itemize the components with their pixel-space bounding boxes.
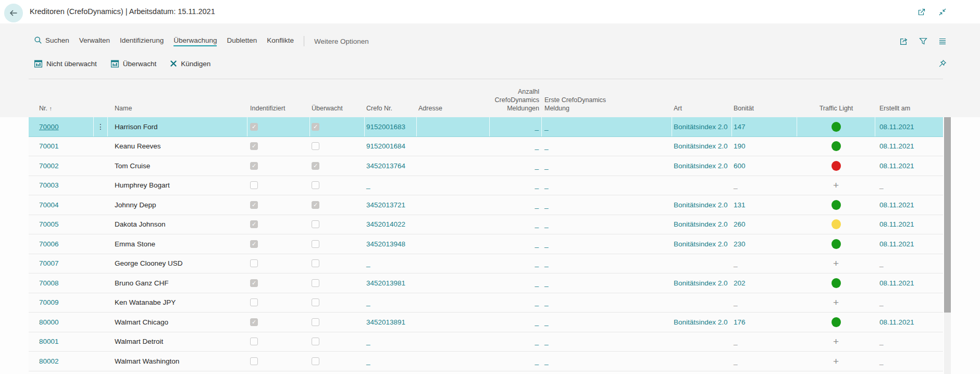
vendor-no-link[interactable]: 70004: [39, 201, 59, 209]
vendor-no-link[interactable]: 70008: [39, 279, 59, 287]
row-options-icon[interactable]: [94, 137, 108, 156]
bonitaet-value[interactable]: _: [732, 176, 797, 195]
identified-checkbox[interactable]: [250, 142, 258, 150]
art-link[interactable]: [672, 332, 732, 352]
back-button[interactable]: [4, 4, 23, 22]
monitored-checkbox[interactable]: [312, 279, 319, 287]
art-link[interactable]: Bonitätsindex 2.0: [672, 273, 732, 293]
traffic-light-cell[interactable]: [797, 313, 875, 332]
monitored-checkbox[interactable]: [312, 318, 319, 326]
menu-item-ueberwachung-active[interactable]: Überwachung: [173, 36, 217, 46]
traffic-light-cell[interactable]: +: [797, 352, 875, 371]
traffic-light-cell[interactable]: [797, 195, 875, 215]
traffic-light-green-icon[interactable]: [832, 239, 841, 249]
table-row[interactable]: 80000 Walmart Chicago 3452013891 _ _ Bon…: [29, 313, 943, 332]
table-row[interactable]: 70005 Dakota Johnson 3452014022 _ _ Boni…: [29, 215, 943, 235]
column-header-nr[interactable]: Nr. ↑: [29, 104, 94, 113]
crefo-number-link[interactable]: _: [365, 332, 417, 352]
traffic-light-cell[interactable]: [797, 215, 875, 234]
traffic-light-cell[interactable]: +: [797, 332, 875, 352]
open-in-new-window-icon[interactable]: [917, 8, 926, 16]
column-header-art[interactable]: Art: [672, 104, 732, 113]
art-link[interactable]: Bonitätsindex 2.0: [672, 234, 732, 254]
vendor-no-link[interactable]: 70001: [39, 142, 59, 150]
first-message-link[interactable]: _: [542, 215, 672, 234]
column-header-erste-meldung[interactable]: Erste CrefoDynamics Meldung: [542, 96, 672, 113]
vendor-no-link[interactable]: 70009: [39, 298, 59, 306]
row-options-icon[interactable]: [94, 234, 108, 254]
art-link[interactable]: Bonitätsindex 2.0: [672, 215, 732, 234]
crefo-number-link[interactable]: _: [365, 352, 417, 371]
traffic-light-cell[interactable]: [797, 137, 875, 156]
table-row[interactable]: 70001 Keanu Reeves 9152001684 _ _ Bonitä…: [29, 137, 943, 157]
vendor-no-link[interactable]: 70005: [39, 220, 59, 228]
vendor-no-link[interactable]: 70003: [39, 181, 59, 189]
traffic-light-cell[interactable]: +: [797, 293, 875, 313]
traffic-light-cell[interactable]: [797, 156, 875, 176]
identified-checkbox[interactable]: [250, 220, 258, 228]
identified-checkbox[interactable]: [250, 123, 258, 131]
bonitaet-value[interactable]: 131: [732, 195, 797, 215]
row-options-icon[interactable]: [94, 293, 108, 313]
first-message-link[interactable]: _: [542, 137, 672, 156]
column-header-name[interactable]: Name: [108, 104, 247, 113]
vendor-no-link[interactable]: 70002: [39, 162, 59, 170]
first-message-link[interactable]: _: [542, 234, 672, 254]
vendor-no-link[interactable]: 70007: [39, 259, 59, 267]
table-row[interactable]: 80002 Walmart Washington _ _ _ _ + _: [29, 352, 943, 371]
crefo-number-link[interactable]: 3452013891: [365, 313, 417, 332]
monitored-checkbox[interactable]: [312, 142, 319, 150]
created-date[interactable]: 08.11.2021: [875, 137, 943, 156]
table-row[interactable]: 70006 Emma Stone 3452013948 _ _ Bonitäts…: [29, 234, 943, 254]
crefo-number-link[interactable]: _: [365, 254, 417, 273]
bonitaet-value[interactable]: _: [732, 352, 797, 371]
vendor-no-link[interactable]: 80002: [39, 357, 59, 365]
traffic-light-cell[interactable]: [797, 117, 875, 136]
art-link[interactable]: [672, 254, 732, 273]
traffic-light-red-icon[interactable]: [832, 161, 841, 171]
first-message-link[interactable]: _: [542, 332, 672, 352]
bonitaet-value[interactable]: 147: [732, 117, 797, 136]
first-message-link[interactable]: _: [542, 352, 672, 371]
bonitaet-value[interactable]: _: [732, 332, 797, 352]
column-header-anzahl-meldungen[interactable]: Anzalhl CrefoDynamics Meldungen: [490, 88, 542, 113]
messages-count-link[interactable]: _: [490, 137, 542, 156]
messages-count-link[interactable]: _: [490, 176, 542, 195]
created-date[interactable]: 08.11.2021: [875, 156, 943, 176]
traffic-light-green-icon[interactable]: [832, 200, 841, 210]
column-header-adresse[interactable]: Adresse: [417, 104, 490, 113]
monitored-checkbox[interactable]: [312, 240, 319, 248]
created-date[interactable]: _: [875, 332, 943, 352]
created-date[interactable]: _: [875, 293, 943, 313]
column-header-identifiziert[interactable]: Indentifiziert: [247, 104, 310, 113]
traffic-light-empty-icon[interactable]: +: [833, 258, 839, 268]
bonitaet-value[interactable]: _: [732, 293, 797, 313]
table-row[interactable]: 70000 ⋮ Harrison Ford 9152001683 _ _ Bon…: [29, 117, 943, 137]
row-options-icon[interactable]: [94, 215, 108, 234]
first-message-link[interactable]: _: [542, 254, 672, 273]
created-date[interactable]: _: [875, 352, 943, 371]
table-row[interactable]: 70007 George Clooney USD _ _ _ _ + _: [29, 254, 943, 274]
traffic-light-empty-icon[interactable]: +: [833, 297, 839, 307]
traffic-light-cell[interactable]: +: [797, 176, 875, 195]
row-options-icon[interactable]: [94, 352, 108, 371]
first-message-link[interactable]: _: [542, 117, 672, 136]
crefo-number-link[interactable]: 3452013981: [365, 273, 417, 293]
traffic-light-cell[interactable]: +: [797, 254, 875, 273]
bonitaet-value[interactable]: 260: [732, 215, 797, 234]
identified-checkbox[interactable]: [250, 318, 258, 326]
row-options-icon[interactable]: [94, 273, 108, 293]
created-date[interactable]: 08.11.2021: [875, 313, 943, 332]
search-button[interactable]: Suchen: [34, 36, 69, 46]
column-header-crefo-nr[interactable]: Crefo Nr.: [365, 104, 417, 113]
traffic-light-empty-icon[interactable]: +: [833, 336, 839, 346]
messages-count-link[interactable]: _: [490, 254, 542, 273]
identified-checkbox[interactable]: [250, 162, 258, 170]
messages-count-link[interactable]: _: [490, 156, 542, 176]
messages-count-link[interactable]: _: [490, 234, 542, 254]
row-options-icon[interactable]: [94, 156, 108, 176]
list-view-icon[interactable]: [938, 37, 947, 45]
crefo-number-link[interactable]: 3452013948: [365, 234, 417, 254]
vendor-no-link[interactable]: 80000: [39, 318, 59, 326]
messages-count-link[interactable]: _: [490, 273, 542, 293]
